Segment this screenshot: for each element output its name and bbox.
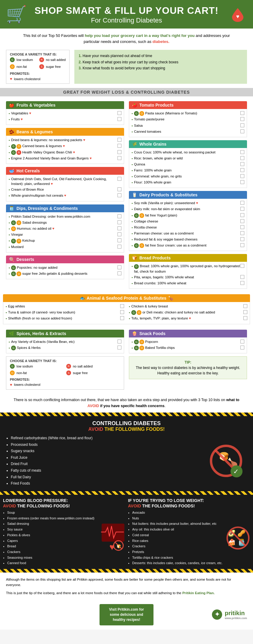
checkbox[interactable] bbox=[240, 117, 244, 121]
badge: O bbox=[139, 346, 144, 350]
cat-item: •Quinoa bbox=[132, 162, 244, 167]
cereals-title: Hot Cereals bbox=[16, 168, 40, 173]
cat-item: •Oatmeal (Irish Oats, Steel Cut, Old Fas… bbox=[9, 177, 121, 186]
checkbox[interactable] bbox=[118, 232, 121, 236]
badge: O bbox=[16, 271, 21, 276]
dairy-title: Dairy Products & Substitutes bbox=[139, 192, 198, 197]
promotes-bottom: ♥ lowers cholesterol bbox=[10, 382, 120, 387]
checkbox[interactable] bbox=[240, 180, 244, 184]
checkbox[interactable] bbox=[240, 129, 244, 133]
list-item: Any oil: this includes olive oil bbox=[132, 527, 223, 532]
checkbox[interactable] bbox=[118, 156, 121, 160]
protein-header: 🐟 Animal & Seafood Protein & Substitutes… bbox=[3, 294, 250, 302]
checkbox[interactable] bbox=[243, 304, 247, 308]
checkbox[interactable] bbox=[240, 111, 244, 115]
cat-item: •Pritikin Salad Dressing: order from www… bbox=[9, 214, 121, 219]
spices-card: 🌿 Spices, Herbs & Extracts •Any Variety … bbox=[6, 330, 124, 353]
avoid-bp-list: Soup Frozen entrees (order meals from ww… bbox=[3, 510, 98, 566]
checkbox[interactable] bbox=[118, 265, 121, 269]
checkbox[interactable] bbox=[120, 310, 124, 314]
checkbox[interactable] bbox=[240, 225, 244, 229]
checkbox[interactable] bbox=[240, 219, 244, 223]
tomato-title: Tomato Products bbox=[139, 103, 174, 107]
desserts-header: 🍭 Desserts bbox=[6, 255, 124, 263]
avoid-bp-title: LOWERING BLOOD PRESSURE:AVOID THE FOLLOW… bbox=[3, 498, 125, 509]
list-item: Fried Foods bbox=[11, 480, 199, 487]
fruits-veg-body: •Vegetables ♥ •Fruits ♥ bbox=[6, 109, 124, 125]
cat-item: •Vegetables ♥ bbox=[9, 111, 121, 116]
checkbox[interactable] bbox=[240, 162, 244, 166]
pritikin-link[interactable]: Pritikin Eating Plan. bbox=[182, 591, 215, 595]
checkbox[interactable] bbox=[240, 340, 244, 343]
heart-icon: ♥ bbox=[10, 77, 12, 81]
checkbox[interactable] bbox=[243, 316, 247, 320]
checkbox[interactable] bbox=[240, 201, 244, 205]
checkbox[interactable] bbox=[118, 220, 121, 224]
promotes-item: ♥ lowers cholesterol bbox=[10, 77, 66, 81]
badge: G bbox=[11, 150, 16, 155]
whole-grains-header: 🌾 Whole Grains bbox=[129, 140, 247, 148]
checkbox[interactable] bbox=[240, 174, 244, 178]
avoid-diabetes-list: Refined carbohydrates (White rice, bread… bbox=[6, 435, 199, 487]
legend-title: CHOOSE A VARIETY THAT IS: bbox=[10, 53, 66, 56]
checkbox[interactable] bbox=[118, 245, 121, 249]
checkbox[interactable] bbox=[120, 304, 124, 308]
cat-item: •Rice: brown, whole grain or wild bbox=[132, 156, 244, 161]
checkbox[interactable] bbox=[118, 150, 121, 154]
checkbox[interactable] bbox=[118, 117, 121, 121]
snack-body: •GO Popcorn •GO Baked Tortilla chips bbox=[129, 337, 247, 354]
avoid-diabetes-subtitle: AVOID THE FOLLOWING FOODS! bbox=[6, 427, 247, 432]
checkbox[interactable] bbox=[240, 168, 244, 172]
bread-body: •G Bread: 100% whole grain, 100% sproute… bbox=[129, 262, 247, 289]
checkbox[interactable] bbox=[240, 207, 244, 211]
list-item: Tortilla chips & rice crackers bbox=[132, 555, 223, 561]
checkbox[interactable] bbox=[118, 340, 121, 343]
desserts-title: Desserts bbox=[16, 257, 34, 262]
beans-title: Beans & Legumes bbox=[16, 129, 53, 134]
tomato-body: •GO Pasta sauce (Marinara or Tomato) •To… bbox=[129, 109, 247, 137]
checkbox[interactable] bbox=[118, 177, 121, 181]
checkbox[interactable] bbox=[243, 310, 247, 314]
cat-item: •Salsa bbox=[132, 123, 244, 128]
checkbox[interactable] bbox=[118, 346, 121, 349]
visit-btn[interactable]: Visit Pritikin.com for some delicious an… bbox=[100, 604, 153, 625]
checkbox[interactable] bbox=[240, 346, 244, 349]
checkbox[interactable] bbox=[240, 275, 244, 279]
avoid-diabetes-section: CONTROLLING DIABETES AVOID THE FOLLOWING… bbox=[0, 416, 253, 491]
checkbox[interactable] bbox=[118, 226, 121, 230]
warning-stripe-bottom bbox=[0, 569, 253, 573]
checkbox[interactable] bbox=[118, 187, 121, 191]
badge: G bbox=[11, 346, 16, 350]
checkbox[interactable] bbox=[240, 237, 244, 241]
checkbox[interactable] bbox=[118, 271, 121, 275]
checkbox[interactable] bbox=[240, 231, 244, 235]
checkbox[interactable] bbox=[120, 316, 124, 320]
avoid-diabetes-title: CONTROLLING DIABETES bbox=[6, 420, 247, 427]
list-item: Crackers bbox=[7, 549, 98, 555]
badge: G bbox=[11, 265, 16, 270]
badge: O bbox=[11, 226, 16, 231]
checkbox[interactable] bbox=[118, 144, 121, 148]
middle-paragraph: There is so much conflicting information… bbox=[9, 397, 244, 409]
checkbox[interactable] bbox=[118, 193, 121, 197]
checkbox[interactable] bbox=[118, 238, 121, 242]
checkbox[interactable] bbox=[240, 123, 244, 127]
checkbox[interactable] bbox=[118, 138, 121, 142]
checkbox[interactable] bbox=[240, 264, 244, 268]
snack-card: 🍿 Snack Foods •GO Popcorn •GO Baked Tort… bbox=[129, 330, 247, 354]
legend-item: G low sodium bbox=[10, 364, 64, 369]
checkbox[interactable] bbox=[240, 281, 244, 285]
checkbox[interactable] bbox=[118, 214, 121, 218]
cereals-icon: 🥣 bbox=[9, 168, 14, 173]
whole-grains-card: 🌾 Whole Grains •Cous Cous: 100% whole wh… bbox=[129, 140, 247, 188]
cat-item: •GO Salad dressings bbox=[9, 220, 121, 225]
cat-item: •O Hummus: no added oil ♥ bbox=[9, 226, 121, 231]
tip-3: 3. Know what foods to avoid before you s… bbox=[79, 65, 243, 71]
checkbox[interactable] bbox=[240, 150, 244, 154]
checkbox[interactable] bbox=[240, 243, 244, 247]
checkbox[interactable] bbox=[240, 213, 244, 217]
cat-item: •GO Canned beans & legumes ♥ bbox=[9, 144, 121, 149]
checkbox[interactable] bbox=[118, 111, 121, 115]
logo-name: pritikin bbox=[225, 610, 247, 617]
checkbox[interactable] bbox=[240, 156, 244, 160]
